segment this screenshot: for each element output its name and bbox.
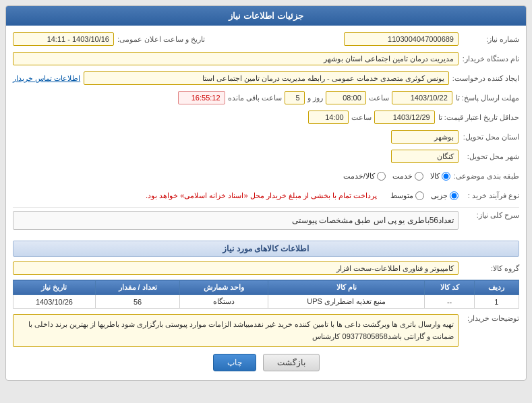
- cell-tedad: 56: [95, 295, 180, 309]
- button-row: بازگشت چاپ: [13, 354, 519, 375]
- tarikh-label: تاریخ و ساعت اعلان عمومی:: [114, 35, 205, 44]
- mohlat-date: 1403/10/22: [392, 91, 452, 104]
- saat-bagi-label: ساعت باقی مانده: [228, 94, 282, 102]
- table-row: 1 -- منبع تغذیه اضطراری UPS دستگاه 56 14…: [13, 295, 519, 309]
- namDastgah-label: نام دستگاه خریدار:: [459, 55, 519, 63]
- col-radif: ردیف: [474, 280, 519, 295]
- ostan-label: استان محل تحویل:: [459, 133, 519, 142]
- cell-tarikh: 1403/10/26: [13, 295, 96, 309]
- tarikh-value: 1403/10/16 - 14:11: [13, 32, 114, 46]
- cell-vahed: دستگاه: [180, 295, 268, 309]
- shomareNiaz-label: شماره نیاز:: [459, 35, 519, 44]
- tabaghe-label: طبقه بندی موضوعی:: [450, 172, 519, 181]
- roz-label: روز و: [307, 94, 323, 102]
- mohlat-label: مهلت ارسال پاسخ: تا: [452, 94, 519, 102]
- ijadKonande-label: ایجاد کننده درخواست:: [449, 74, 519, 83]
- nov-label: نوع فرآیند خرید :: [459, 191, 519, 200]
- tozi-label: توضیحات خریدار:: [459, 314, 519, 323]
- ettelaat-kala-title: اطلاعات کالاهای مورد نیاز: [13, 241, 519, 257]
- mohlat-mande: 16:55:12: [178, 91, 225, 104]
- print-button[interactable]: چاپ: [213, 354, 256, 371]
- col-tedad: تعداد / مقدار: [95, 280, 180, 295]
- groupe-kala-value: کامپیوتر و فناوری اطلاعات-سخت افزار: [13, 261, 459, 275]
- namDastgah-value: مدیریت درمان تامین اجتماعی استان بوشهر: [13, 52, 459, 65]
- shomareNiaz-value: 1103004047000689: [344, 32, 459, 46]
- nov-jozi[interactable]: جزیی: [431, 191, 459, 200]
- items-table: ردیف کد کالا نام کالا واحد شمارش تعداد /…: [13, 280, 519, 309]
- shahr-label: شهر محل تحویل:: [459, 152, 519, 161]
- sarh-koli-label: سرح کلی نیاز:: [459, 211, 519, 220]
- nov-motevaset[interactable]: متوسط: [390, 191, 424, 200]
- back-button[interactable]: بازگشت: [263, 354, 320, 371]
- cell-nam: منبع تغذیه اضطراری UPS: [268, 295, 425, 309]
- mohlat-roz: 5: [285, 91, 305, 104]
- tozi-value: تهیه وارسال باتری ها وبرگشت داعی ها با ت…: [13, 314, 459, 347]
- jadval-label: حداقل تاریخ اعتبار قیمت: تا: [435, 113, 519, 122]
- tabaghe-kala-khedmat[interactable]: کالا/خدمت: [343, 172, 386, 181]
- ettelaat-tamas-link[interactable]: اطلاعات تماس خریدار: [13, 74, 80, 83]
- jadval-date: 1403/12/29: [374, 111, 435, 124]
- col-tarikh: تاریخ نیاز: [13, 280, 96, 295]
- nov-text: پرداخت تمام با بخشی از مبلغ خریدار محل «…: [146, 191, 377, 200]
- jadval-time: 14:00: [308, 111, 349, 124]
- shahr-value: کنگان: [391, 150, 459, 163]
- groupe-kala-label: گروه کالا:: [459, 264, 519, 273]
- tabaghe-kala[interactable]: کالا: [430, 172, 450, 181]
- sarh-koli-value: تعداد56باطری یو پی اس طبق مشخصات پیوستی: [13, 211, 459, 230]
- tabaghe-khedmat[interactable]: خدمت: [392, 172, 423, 181]
- saat-label2: ساعت: [351, 113, 372, 122]
- mohlat-time: 08:00: [326, 91, 366, 104]
- cell-radif: 1: [474, 295, 519, 309]
- ijadKonande-value: یونس کوثری متصدی خدمات عمومی - رابطه مدی…: [84, 71, 449, 85]
- col-nam: نام کالا: [268, 280, 425, 295]
- saat-label: ساعت: [369, 94, 389, 102]
- nov-options: جزیی متوسط پرداخت تمام با بخشی از مبلغ خ…: [13, 191, 459, 200]
- tabaghe-options: کالا خدمت کالا/خدمت: [13, 172, 450, 181]
- col-kod: کد کالا: [425, 280, 474, 295]
- col-vahed: واحد شمارش: [180, 280, 268, 295]
- ostan-value: بوشهر: [391, 130, 459, 144]
- cell-kod: --: [425, 295, 474, 309]
- page-title: جزئیات اطلاعات نیاز: [6, 6, 526, 26]
